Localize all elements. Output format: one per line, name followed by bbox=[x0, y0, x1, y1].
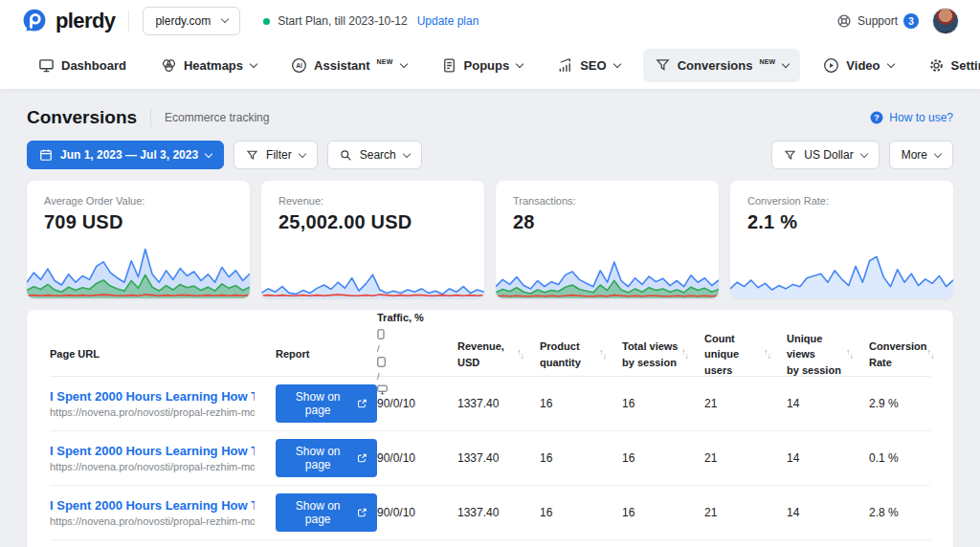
how-to-use-label: How to use? bbox=[889, 111, 953, 124]
traffic-cell: 90/0/10 bbox=[377, 397, 457, 410]
new-badge: NEW bbox=[377, 58, 393, 65]
nav-item-popups[interactable]: Popups bbox=[430, 49, 535, 82]
search-icon bbox=[340, 149, 352, 162]
unique-views-cell: 14 bbox=[787, 451, 869, 465]
revenue-cell: 1337.40 bbox=[457, 397, 540, 410]
page-url-cell: I Spent 2000 Hours Learning How To Learn… bbox=[50, 389, 276, 418]
nav-item-heatmaps[interactable]: Heatmaps bbox=[149, 49, 268, 82]
col-total-views: Total viewsby session ↑↓ bbox=[622, 339, 704, 370]
more-button[interactable]: More bbox=[889, 141, 953, 169]
show-on-page-button[interactable]: Show on page bbox=[276, 439, 377, 477]
plan-status: Start Plan, till 2023-10-12 Update plan bbox=[263, 14, 479, 28]
funnel-icon bbox=[246, 149, 258, 162]
date-range-button[interactable]: Jun 1, 2023 — Jul 3, 2023 bbox=[27, 141, 224, 169]
card-value: 25,002.00 USD bbox=[261, 207, 484, 233]
unique-views-cell: 14 bbox=[787, 397, 869, 410]
sort-icon[interactable]: ↑↓ bbox=[927, 350, 935, 359]
plerdy-logo-icon bbox=[21, 8, 48, 34]
page-url-cell: I Spent 2000 Hours Learning How To Learn… bbox=[50, 444, 276, 472]
nav-item-conversions[interactable]: Conversions NEW bbox=[643, 49, 801, 82]
more-label: More bbox=[902, 148, 927, 162]
gear-icon bbox=[928, 57, 945, 74]
desktop-icon bbox=[377, 384, 388, 395]
svg-text:?: ? bbox=[875, 113, 880, 122]
chevron-down-icon bbox=[399, 59, 407, 67]
sort-icon[interactable]: ↑↓ bbox=[517, 350, 524, 359]
chevron-down-icon bbox=[403, 149, 411, 157]
document-icon bbox=[441, 57, 457, 74]
sort-icon[interactable]: ↑↓ bbox=[681, 350, 689, 359]
product-quantity-cell: 16 bbox=[540, 451, 622, 465]
report-cell: Show on page bbox=[276, 439, 377, 477]
revenue-sparkline-chart bbox=[261, 245, 484, 298]
product-quantity-cell: 16 bbox=[540, 506, 622, 519]
currency-button[interactable]: US Dollar bbox=[771, 141, 879, 169]
revenue-cell: 1337.40 bbox=[457, 506, 540, 519]
brand-logo[interactable]: plerdy bbox=[21, 8, 115, 34]
header-divider bbox=[128, 11, 129, 32]
how-to-use-link[interactable]: ? How to use? bbox=[870, 111, 953, 124]
date-range-label: Jun 1, 2023 — Jul 3, 2023 bbox=[60, 148, 198, 162]
question-circle-icon: ? bbox=[870, 111, 883, 124]
nav-item-dashboard[interactable]: Dashboard bbox=[27, 49, 138, 82]
card-label: Average Order Value: bbox=[27, 181, 250, 207]
chevron-down-icon bbox=[516, 59, 523, 67]
count-unique-users-cell: 21 bbox=[704, 506, 787, 519]
page-subtitle: Ecommerce tracking bbox=[165, 111, 269, 124]
conversion-rate-cell: 2.9 % bbox=[869, 397, 930, 410]
sort-icon[interactable]: ↑↓ bbox=[846, 350, 854, 359]
sort-icon[interactable]: ↑↓ bbox=[599, 350, 607, 359]
product-quantity-cell: 16 bbox=[540, 397, 622, 410]
filter-button[interactable]: Filter bbox=[234, 141, 318, 169]
page-link[interactable]: I Spent 2000 Hours Learning How To Learn… bbox=[50, 389, 255, 404]
external-link-icon bbox=[357, 507, 368, 518]
col-conversion-rate: ConversionRate ↑↓ bbox=[869, 339, 950, 370]
search-button[interactable]: Search bbox=[327, 141, 422, 169]
lifebuoy-icon bbox=[836, 13, 852, 29]
app-header: plerdy plerdy.com Start Plan, till 2023-… bbox=[0, 0, 980, 42]
nav-item-settings[interactable]: Settings bbox=[917, 49, 980, 82]
table-row: I Spent 2000 Hours Learning How To Learn… bbox=[50, 431, 930, 486]
page-link[interactable]: I Spent 2000 Hours Learning How To Learn… bbox=[50, 444, 255, 458]
count-unique-users-cell: 21 bbox=[704, 451, 787, 465]
nav-label: Conversions bbox=[678, 58, 753, 73]
domain-select[interactable]: plerdy.com bbox=[143, 7, 240, 35]
card-conversion-rate: Conversion Rate: 2.1 % bbox=[730, 181, 953, 298]
unique-views-cell: 14 bbox=[787, 506, 869, 519]
table-row: I Spent 2000 Hours Learning How To Learn… bbox=[50, 377, 930, 431]
user-avatar[interactable] bbox=[932, 8, 959, 34]
traffic-cell: 90/0/10 bbox=[377, 506, 457, 519]
calendar-icon bbox=[39, 148, 53, 162]
page-link[interactable]: I Spent 2000 Hours Learning How To Learn… bbox=[50, 498, 255, 513]
funnel-icon bbox=[784, 149, 796, 162]
page-url: https://novena.pro/novosti/propal-rezhim… bbox=[50, 515, 255, 527]
page-url: https://novena.pro/novosti/propal-rezhim… bbox=[50, 406, 255, 418]
card-value: 28 bbox=[496, 207, 719, 233]
card-label: Revenue: bbox=[261, 181, 484, 207]
external-link-icon bbox=[357, 452, 368, 464]
aov-sparkline-chart bbox=[27, 245, 250, 298]
chevron-down-icon bbox=[205, 149, 212, 157]
svg-text:AI: AI bbox=[296, 62, 302, 69]
nav-item-seo[interactable]: SEO bbox=[546, 49, 631, 82]
filter-label: Filter bbox=[266, 148, 292, 162]
show-on-page-button[interactable]: Show on page bbox=[276, 493, 377, 532]
report-cell: Show on page bbox=[276, 384, 377, 423]
toolbar-right: US Dollar More bbox=[771, 141, 953, 169]
update-plan-link[interactable]: Update plan bbox=[417, 14, 479, 28]
show-on-page-label: Show on page bbox=[285, 390, 350, 417]
nav-item-video[interactable]: Video bbox=[812, 49, 904, 82]
nav-item-assistant[interactable]: AI Assistant NEW bbox=[279, 49, 417, 82]
col-count-unique-users: Count uniqueusers ↑↓ bbox=[704, 331, 787, 379]
support-button[interactable]: Support 3 bbox=[836, 13, 919, 29]
new-badge: NEW bbox=[759, 58, 775, 65]
currency-label: US Dollar bbox=[804, 148, 853, 162]
main-content: Conversions Ecommerce tracking ? How to … bbox=[0, 90, 980, 547]
sort-icon[interactable]: ↑↓ bbox=[764, 350, 771, 359]
card-value: 709 USD bbox=[27, 207, 250, 233]
table-header-row: Page URL Report Traffic, % / / bbox=[50, 310, 930, 377]
main-nav: Dashboard Heatmaps AI Assistant NEW Popu… bbox=[0, 42, 980, 90]
chevron-down-icon bbox=[782, 59, 790, 67]
conversion-rate-cell: 2.8 % bbox=[869, 506, 930, 519]
show-on-page-button[interactable]: Show on page bbox=[276, 384, 377, 423]
